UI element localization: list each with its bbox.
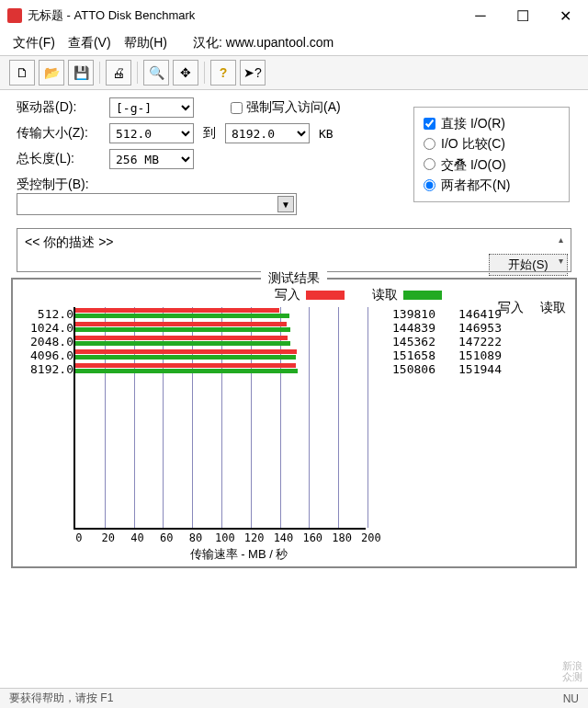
force-write-checkbox[interactable]: 强制写入访问(A) — [231, 99, 341, 116]
move-button[interactable]: ✥ — [173, 60, 198, 86]
status-bar: 要获得帮助，请按 F1 NU — [0, 688, 588, 708]
y-axis-labels: 512.01024.02048.04096.08192.0 — [20, 305, 74, 530]
maximize-button[interactable]: ☐ — [502, 2, 544, 29]
app-icon — [7, 8, 22, 23]
menu-view[interactable]: 查看(V) — [68, 35, 111, 51]
titlebar: 无标题 - ATTO Disk Benchmark ─ ☐ ✕ — [0, 0, 588, 31]
menu-help[interactable]: 帮助(H) — [124, 35, 167, 51]
preview-button[interactable]: 🔍 — [143, 60, 169, 86]
xfer-to-select[interactable]: 8192.0 — [225, 123, 310, 143]
status-right: NU — [563, 692, 579, 705]
legend-write-label: 写入 — [275, 287, 300, 303]
window-title: 无标题 - ATTO Disk Benchmark — [28, 7, 195, 24]
xfer-label: 传输大小(Z): — [17, 125, 104, 142]
close-button[interactable]: ✕ — [544, 2, 586, 29]
legend-write-swatch — [306, 291, 345, 300]
len-select[interactable]: 256 MB — [109, 149, 194, 169]
menu-credit: 汉化: www.upantool.com — [193, 35, 334, 51]
col-header-write: 写入 — [498, 300, 524, 316]
x-axis-label: 传输速率 - MB / 秒 — [0, 546, 568, 563]
status-left: 要获得帮助，请按 F1 — [9, 691, 113, 706]
controlled-by-combo[interactable]: ▼ — [17, 193, 297, 215]
results-title: 测试结果 — [261, 270, 327, 287]
form-area: 驱动器(D): [-g-] 强制写入访问(A) 传输大小(Z): 512.0 到… — [0, 90, 588, 219]
menubar: 文件(F) 查看(V) 帮助(H) 汉化: www.upantool.com — [0, 31, 588, 55]
legend-read-label: 读取 — [372, 287, 398, 303]
overlap-io-radio[interactable]: 交叠 I/O(O) — [424, 154, 560, 175]
col-header-read: 读取 — [540, 300, 566, 316]
help-button[interactable]: ? — [210, 60, 236, 86]
save-button[interactable]: 💾 — [68, 60, 94, 86]
to-label: 到 — [203, 125, 216, 142]
open-button[interactable]: 📂 — [39, 60, 64, 86]
description-text: << 你的描述 >> — [25, 234, 113, 266]
pointer-help-button[interactable]: ➤? — [240, 60, 266, 86]
chevron-down-icon: ▼ — [277, 196, 294, 212]
watermark: 新浪众测 — [562, 660, 582, 682]
chart-plot — [74, 307, 366, 530]
legend-read-swatch — [403, 291, 442, 300]
print-icon: 🖨 — [112, 65, 125, 80]
len-label: 总长度(L): — [17, 151, 104, 167]
x-axis-ticks: 020406080100120140160180200 — [64, 531, 568, 544]
new-button[interactable]: 🗋 — [9, 60, 35, 86]
direct-io-checkbox[interactable]: 直接 I/O(R) — [424, 113, 560, 133]
save-icon: 💾 — [74, 65, 89, 80]
minimize-button[interactable]: ─ — [459, 2, 502, 29]
print-button[interactable]: 🖨 — [106, 60, 131, 86]
pointer-question-icon: ➤? — [243, 65, 262, 80]
unit-label: KB — [319, 127, 334, 141]
drive-label: 驱动器(D): — [17, 99, 104, 116]
menu-file[interactable]: 文件(F) — [13, 35, 55, 51]
move-icon: ✥ — [180, 65, 191, 80]
question-icon: ? — [220, 65, 228, 80]
read-values-column: 146419146953147222151089151944 — [450, 307, 502, 530]
drive-select[interactable]: [-g-] — [109, 97, 194, 118]
neither-radio[interactable]: 两者都不(N) — [424, 175, 560, 195]
options-group: 直接 I/O(R) I/O 比较(C) 交叠 I/O(O) 两者都不(N) — [413, 107, 570, 202]
results-panel: 测试结果 写入 读取 写入 读取 512.01024.02048.04096.0… — [11, 278, 577, 568]
scroll-up-icon: ▴ — [559, 234, 563, 245]
toolbar: 🗋 📂 💾 🖨 🔍 ✥ ? ➤? — [0, 55, 588, 90]
scroll-down-icon: ▾ — [559, 256, 563, 266]
scrollbar[interactable]: ▴▾ — [559, 234, 563, 266]
file-icon: 🗋 — [16, 65, 28, 80]
magnifier-icon: 🔍 — [149, 65, 164, 80]
description-box[interactable]: << 你的描述 >> ▴▾ — [17, 228, 571, 272]
write-values-column: 139810144839145362151658150806 — [384, 307, 435, 530]
folder-open-icon: 📂 — [44, 65, 60, 80]
io-compare-radio[interactable]: I/O 比较(C) — [424, 133, 560, 154]
xfer-from-select[interactable]: 512.0 — [109, 123, 194, 143]
